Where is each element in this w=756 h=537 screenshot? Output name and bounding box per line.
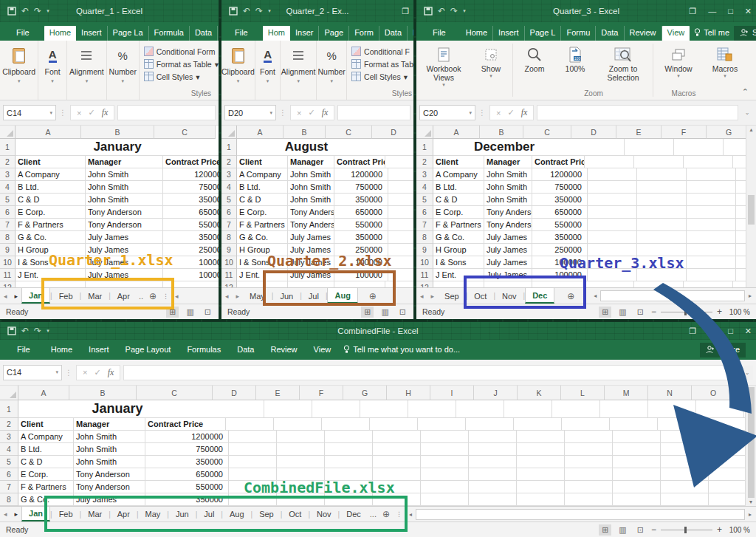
tab-home[interactable]: Home xyxy=(44,26,76,41)
close-icon[interactable]: ✕ xyxy=(745,7,752,16)
cell[interactable]: G & Co. xyxy=(237,231,288,244)
tab-scroll-left-icon[interactable]: ◂ xyxy=(416,288,427,304)
cell[interactable]: 550000 xyxy=(334,219,388,231)
cell[interactable]: 550000 xyxy=(532,219,588,231)
redo-icon[interactable]: ↷ xyxy=(34,7,41,16)
select-all-corner[interactable] xyxy=(416,126,433,139)
column-header[interactable]: I xyxy=(430,386,474,400)
cell[interactable] xyxy=(637,181,687,194)
cell[interactable]: John Smith xyxy=(288,194,334,206)
cell[interactable] xyxy=(687,194,736,206)
cell[interactable] xyxy=(388,219,413,231)
tab-insert[interactable]: Insert xyxy=(80,342,117,358)
cell[interactable] xyxy=(418,418,466,431)
cell[interactable] xyxy=(388,244,413,256)
row-header[interactable]: 1 xyxy=(0,400,18,418)
cell[interactable] xyxy=(229,431,277,443)
row-header[interactable]: 5 xyxy=(0,456,18,468)
row-header[interactable]: 4 xyxy=(416,181,433,194)
header-cell[interactable]: Contract Price xyxy=(163,156,219,168)
cell[interactable] xyxy=(216,400,264,418)
cell[interactable]: E Corp. xyxy=(16,206,86,219)
cell[interactable]: Tony Anderson xyxy=(484,206,532,219)
cell[interactable] xyxy=(517,456,565,468)
zoom-level[interactable]: 100 % xyxy=(726,526,750,534)
cell[interactable]: 750000 xyxy=(334,181,388,194)
cell[interactable] xyxy=(504,400,552,418)
tab-insert[interactable]: Insert xyxy=(76,26,108,41)
cell[interactable]: 550000 xyxy=(163,219,219,231)
cell[interactable]: 1200000 xyxy=(532,168,588,181)
column-header[interactable]: B xyxy=(480,126,523,139)
row-header[interactable]: 4 xyxy=(0,181,16,194)
row-header[interactable]: 10 xyxy=(416,256,433,269)
cell[interactable] xyxy=(517,443,565,456)
tab-formulas[interactable]: Formulas xyxy=(179,342,229,358)
formula-input[interactable] xyxy=(117,105,216,120)
format-as-table-button[interactable]: Format as Table ▾ xyxy=(144,59,219,69)
row-header[interactable]: 7 xyxy=(0,219,16,231)
column-header[interactable]: B xyxy=(81,126,154,139)
cell[interactable]: C & D xyxy=(433,194,484,206)
show-button[interactable]: Show▾ xyxy=(472,41,511,100)
tab-scroll-left-icon[interactable]: ◂ xyxy=(221,288,233,304)
qat-customize-icon[interactable]: ▾ xyxy=(268,8,271,14)
cell[interactable] xyxy=(637,231,687,244)
cell[interactable]: I & Sons xyxy=(433,256,484,269)
row-header[interactable]: 5 xyxy=(221,194,237,206)
tab-formulas[interactable]: Formu xyxy=(561,26,596,41)
tab-review[interactable]: Review xyxy=(262,342,305,358)
column-header[interactable]: D xyxy=(372,126,413,139)
cell[interactable]: 550000 xyxy=(145,481,229,493)
cell[interactable]: Tony Anderson xyxy=(86,219,163,231)
column-header[interactable]: K xyxy=(518,386,561,400)
tab-file[interactable]: File xyxy=(9,26,40,41)
cell[interactable] xyxy=(687,168,736,181)
cell[interactable] xyxy=(229,443,277,456)
undo-icon[interactable]: ↶ xyxy=(438,7,445,16)
cell[interactable] xyxy=(687,206,736,219)
cell[interactable] xyxy=(637,194,687,206)
row-header[interactable]: 2 xyxy=(221,156,237,168)
cell[interactable] xyxy=(469,431,517,443)
row-header[interactable]: 5 xyxy=(416,194,433,206)
cell[interactable] xyxy=(588,219,637,231)
column-header[interactable]: A xyxy=(18,386,69,400)
tab-insert[interactable]: Insert xyxy=(493,26,525,41)
font-group[interactable]: A Font▾ xyxy=(255,41,281,100)
redo-icon[interactable]: ↷ xyxy=(450,7,458,16)
cell[interactable] xyxy=(421,493,469,506)
cell[interactable]: July James xyxy=(86,231,163,244)
cell[interactable] xyxy=(388,168,413,181)
cell[interactable]: 750000 xyxy=(163,181,219,194)
cell[interactable] xyxy=(469,456,517,468)
name-box[interactable]: C20▾ xyxy=(419,105,475,120)
zoom-out-icon[interactable]: − xyxy=(651,524,656,535)
cell[interactable] xyxy=(469,481,517,493)
formula-input[interactable] xyxy=(337,105,410,120)
month-title-cell[interactable]: August xyxy=(237,139,376,156)
insert-function-icon[interactable]: fx xyxy=(102,107,109,118)
save-icon[interactable] xyxy=(7,326,16,335)
header-cell[interactable]: Manager xyxy=(74,418,145,431)
cancel-icon[interactable]: × xyxy=(297,109,301,117)
redo-icon[interactable]: ↷ xyxy=(255,7,263,16)
enter-icon[interactable]: ✓ xyxy=(308,108,315,117)
cell[interactable]: 1200000 xyxy=(163,168,219,181)
row-header[interactable]: 2 xyxy=(0,156,16,168)
cell[interactable]: 650000 xyxy=(145,468,229,481)
tell-me-box[interactable]: Tell me xyxy=(690,25,734,41)
cell[interactable]: E Corp. xyxy=(237,206,288,219)
row-header[interactable]: 5 xyxy=(0,194,16,206)
cell[interactable] xyxy=(421,443,469,456)
cell[interactable] xyxy=(687,231,736,244)
row-header[interactable]: 12 xyxy=(416,281,433,287)
cell[interactable] xyxy=(514,418,562,431)
row-header[interactable]: 8 xyxy=(0,231,16,244)
select-all-corner[interactable] xyxy=(221,126,237,139)
enter-icon[interactable]: ✓ xyxy=(88,108,94,117)
cell[interactable]: A Company xyxy=(18,431,74,443)
titlebar[interactable]: ↶ ↷ ▾ Quarter_3 - Excel ❐ — □ ✕ xyxy=(416,0,756,22)
tab-view[interactable]: View xyxy=(662,26,690,41)
column-header[interactable]: B xyxy=(69,386,137,400)
